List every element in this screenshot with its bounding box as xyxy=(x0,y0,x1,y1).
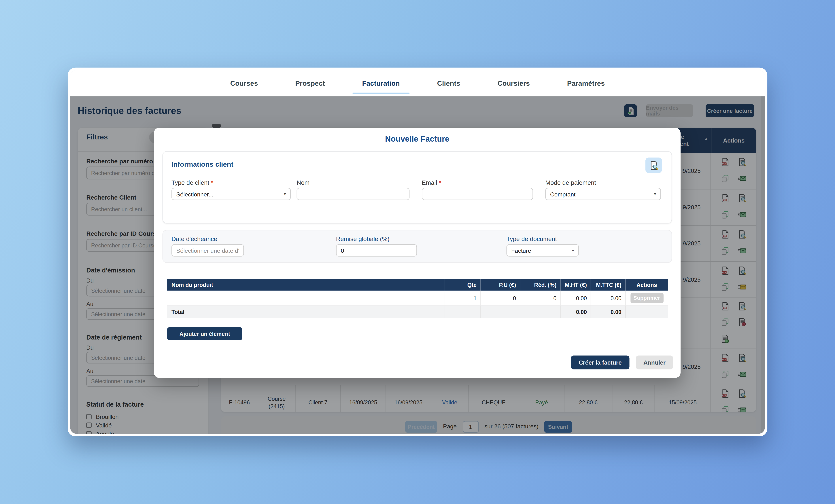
product-mttc-cell: 0.00 xyxy=(591,291,626,306)
type-client-select[interactable]: Sélectionner...▾ xyxy=(171,188,291,200)
products-total-row: Total 0.00 0.00 xyxy=(167,306,668,318)
col-mttc: M.TTC (€) xyxy=(591,279,626,291)
nav-item-parametres[interactable]: Paramètres xyxy=(566,76,606,90)
col-pu: P.U (€) xyxy=(481,279,521,291)
client-info-section: Informations client Type de client * Sél… xyxy=(163,151,672,224)
type-document-select[interactable]: Facture▾ xyxy=(507,244,579,256)
desktop-background: Courses Prospect Facturation Clients Cou… xyxy=(0,0,835,504)
new-invoice-modal: Nouvelle Facture Informations client Typ… xyxy=(154,128,680,378)
date-echeance-label: Date d'échéance xyxy=(171,236,217,242)
app-window: Courses Prospect Facturation Clients Cou… xyxy=(68,68,767,436)
modal-title: Nouvelle Facture xyxy=(154,134,680,143)
chevron-down-icon: ▾ xyxy=(284,191,286,196)
products-table: Nom du produit Qte P.U (€) Réd. (%) M.HT… xyxy=(167,279,668,318)
client-info-heading: Informations client xyxy=(171,160,233,168)
date-echeance-input[interactable] xyxy=(171,244,244,256)
invoice-params-section: Date d'échéance Remise globale (%) Type … xyxy=(163,230,672,263)
product-row: 1 0 0 0.00 0.00 Supprimer xyxy=(167,291,668,306)
client-lookup-button[interactable] xyxy=(646,158,662,173)
type-document-label: Type de document xyxy=(507,236,557,242)
total-mttc: 0.00 xyxy=(591,306,626,318)
chevron-down-icon: ▾ xyxy=(572,248,574,253)
email-label: Email * xyxy=(422,179,441,186)
nom-input[interactable] xyxy=(297,188,410,200)
preview-document-icon xyxy=(649,161,658,170)
nom-label: Nom xyxy=(297,179,310,186)
product-pu-cell[interactable]: 0 xyxy=(481,291,521,306)
required-marker: * xyxy=(439,179,441,186)
product-name-cell[interactable] xyxy=(167,291,445,306)
required-marker: * xyxy=(211,179,213,186)
type-client-label: Type de client * xyxy=(171,179,213,186)
nav-item-courses[interactable]: Courses xyxy=(229,76,259,90)
total-label: Total xyxy=(167,306,445,318)
nav-item-clients[interactable]: Clients xyxy=(436,76,461,90)
col-mht: M.HT (€) xyxy=(561,279,591,291)
remise-globale-label: Remise globale (%) xyxy=(336,236,389,242)
mode-paiement-select[interactable]: Comptant▾ xyxy=(545,188,661,200)
email-input[interactable] xyxy=(422,188,533,200)
product-red-cell[interactable]: 0 xyxy=(520,291,561,306)
products-table-header: Nom du produit Qte P.U (€) Réd. (%) M.HT… xyxy=(167,279,668,291)
product-qte-cell[interactable]: 1 xyxy=(445,291,481,306)
cancel-button[interactable]: Annuler xyxy=(636,355,673,369)
mode-paiement-label: Mode de paiement xyxy=(545,179,596,186)
page-content: Historique des factures XLS Envoyer des … xyxy=(70,96,765,434)
nav-item-facturation[interactable]: Facturation xyxy=(361,76,401,90)
remise-globale-input[interactable] xyxy=(336,244,417,256)
chevron-down-icon: ▾ xyxy=(654,191,656,196)
add-item-button[interactable]: Ajouter un élément xyxy=(167,327,242,340)
product-mht-cell: 0.00 xyxy=(561,291,591,306)
nav-item-coursiers[interactable]: Coursiers xyxy=(496,76,531,90)
top-navbar: Courses Prospect Facturation Clients Cou… xyxy=(70,70,765,96)
delete-product-button[interactable]: Supprimer xyxy=(630,292,663,303)
col-qte: Qte xyxy=(445,279,481,291)
total-mht: 0.00 xyxy=(561,306,591,318)
col-nom-produit: Nom du produit xyxy=(167,279,445,291)
nav-item-prospect[interactable]: Prospect xyxy=(294,76,326,90)
create-invoice-submit-button[interactable]: Créer la facture xyxy=(571,355,629,369)
col-red: Réd. (%) xyxy=(520,279,561,291)
col-actions: Actions xyxy=(626,279,668,291)
